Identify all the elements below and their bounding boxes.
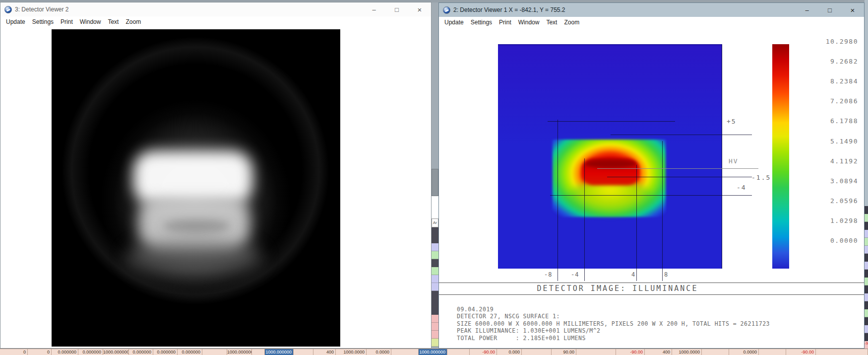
annotation-minus1_5: -1.5: [751, 174, 771, 181]
annotation-minus4: -4: [737, 184, 746, 191]
menu-zoom[interactable]: Zoom: [122, 17, 144, 26]
grid-cell[interactable]: [865, 333, 868, 341]
menu-window[interactable]: Window: [76, 17, 105, 26]
grid-cell[interactable]: 0.000000: [78, 349, 103, 355]
detector-viewer-1-window: 2: Detector Viewer 1 X = -842.1, Y = 755…: [438, 2, 865, 349]
grid-cell[interactable]: [865, 262, 868, 270]
grid-cell[interactable]: [447, 349, 470, 355]
grid-cell[interactable]: 1000.0000: [672, 349, 702, 355]
grid-cell[interactable]: [432, 291, 438, 299]
maximize-button[interactable]: □: [818, 3, 841, 17]
menu-print[interactable]: Print: [57, 17, 76, 26]
grid-cell[interactable]: [702, 349, 729, 355]
grid-cell[interactable]: 1000.000000: [227, 349, 252, 355]
grid-cell[interactable]: [432, 275, 438, 283]
beam-spot-shadow: [163, 219, 230, 233]
grid-cell[interactable]: [522, 349, 552, 355]
menu-settings[interactable]: Settings: [467, 18, 496, 27]
grid-cell[interactable]: [432, 243, 438, 251]
grid-cell[interactable]: [252, 349, 265, 355]
grid-cell[interactable]: 0.000000: [153, 349, 178, 355]
grid-cell[interactable]: 0.000000: [52, 349, 78, 355]
grid-cell[interactable]: [432, 235, 438, 243]
grid-cell[interactable]: 0.0000: [367, 349, 391, 355]
grid-cell[interactable]: [865, 301, 868, 309]
grid-cell[interactable]: [865, 246, 868, 254]
grid-cell[interactable]: [432, 267, 438, 275]
grid-cell[interactable]: [432, 227, 438, 235]
grid-cell[interactable]: -90.00: [786, 349, 816, 355]
crosshair-hline: [607, 177, 752, 177]
minimize-button[interactable]: –: [796, 3, 818, 17]
grid-cell[interactable]: [432, 307, 438, 315]
grid-cell[interactable]: [865, 230, 868, 238]
grid-cell[interactable]: [865, 270, 868, 278]
illuminance-false-color-map[interactable]: [498, 44, 722, 269]
grid-cell[interactable]: [759, 349, 786, 355]
grid-cell[interactable]: 1000.000000: [265, 349, 294, 355]
close-button[interactable]: ×: [841, 3, 864, 17]
grid-cell[interactable]: [432, 259, 438, 267]
grid-cell[interactable]: [294, 349, 313, 355]
title-bar[interactable]: 2: Detector Viewer 1 X = -842.1, Y = 755…: [439, 3, 864, 17]
menu-text[interactable]: Text: [543, 18, 560, 27]
grid-cell[interactable]: [865, 238, 868, 246]
menu-print[interactable]: Print: [496, 18, 515, 27]
grid-cell[interactable]: [432, 323, 438, 331]
scrollbar-thumb[interactable]: [432, 169, 438, 196]
grid-cell[interactable]: 1000.0000: [336, 349, 367, 355]
grid-cell[interactable]: 1000.000000: [103, 349, 129, 355]
grid-cell[interactable]: 400: [645, 349, 672, 355]
x-tick: -8: [544, 271, 552, 278]
grid-cell[interactable]: 400: [313, 349, 336, 355]
grid-cell[interactable]: 0.000: [497, 349, 522, 355]
title-bar[interactable]: 3: Detector Viewer 2 – □ ×: [0, 2, 431, 16]
colorbar-label: 10.2980: [789, 38, 858, 45]
background-spreadsheet-row: 000.0000000.0000001000.0000000.0000000.0…: [0, 349, 868, 355]
grid-cell[interactable]: [865, 325, 868, 333]
grid-cell[interactable]: [391, 349, 419, 355]
grid-cell[interactable]: 0.000000: [178, 349, 202, 355]
clipped-cell-value: -90.00: [865, 341, 868, 349]
grid-cell[interactable]: [865, 214, 868, 222]
grid-cell[interactable]: [865, 317, 868, 325]
info-detector: DETECTOR 27, NSCG SURFACE 1:: [457, 313, 560, 320]
annotation-plus5: +5: [727, 118, 737, 125]
grid-cell[interactable]: [432, 283, 438, 291]
grid-cell[interactable]: [576, 349, 616, 355]
grid-cell[interactable]: 0: [28, 349, 52, 355]
grid-cell[interactable]: [865, 293, 868, 301]
background-editor-gap-sliver: Ar: [432, 2, 438, 349]
detector-true-color-image[interactable]: [52, 29, 340, 347]
maximize-button[interactable]: □: [385, 2, 408, 16]
menu-update[interactable]: Update: [441, 18, 467, 27]
grid-cell[interactable]: [432, 299, 438, 307]
menu-settings[interactable]: Settings: [29, 17, 57, 26]
menu-update[interactable]: Update: [2, 17, 29, 26]
menu-zoom[interactable]: Zoom: [560, 18, 583, 27]
menu-text[interactable]: Text: [104, 17, 122, 26]
grid-cell[interactable]: [816, 349, 868, 355]
grid-cell[interactable]: 0.000000: [129, 349, 153, 355]
grid-cell[interactable]: [865, 254, 868, 262]
grid-cell[interactable]: 90.00: [552, 349, 576, 355]
grid-cell[interactable]: 0.0000: [729, 349, 759, 355]
grid-cell[interactable]: [432, 339, 438, 347]
minimize-button[interactable]: –: [363, 2, 385, 16]
grid-cell[interactable]: [865, 285, 868, 293]
grid-cell[interactable]: [432, 251, 438, 259]
colorbar: [772, 44, 789, 269]
grid-cell[interactable]: -90.00: [616, 349, 645, 355]
grid-cell[interactable]: [432, 315, 438, 323]
grid-cell[interactable]: [865, 206, 868, 214]
grid-cell[interactable]: 0: [0, 349, 28, 355]
grid-cell[interactable]: [202, 349, 227, 355]
grid-cell[interactable]: [865, 222, 868, 230]
grid-cell[interactable]: -90.00: [470, 349, 497, 355]
grid-cell[interactable]: [865, 278, 868, 285]
close-button[interactable]: ×: [408, 2, 431, 16]
grid-cell[interactable]: 1000.000000: [419, 349, 447, 355]
grid-cell[interactable]: [432, 331, 438, 339]
grid-cell[interactable]: [865, 309, 868, 317]
menu-window[interactable]: Window: [515, 18, 543, 27]
